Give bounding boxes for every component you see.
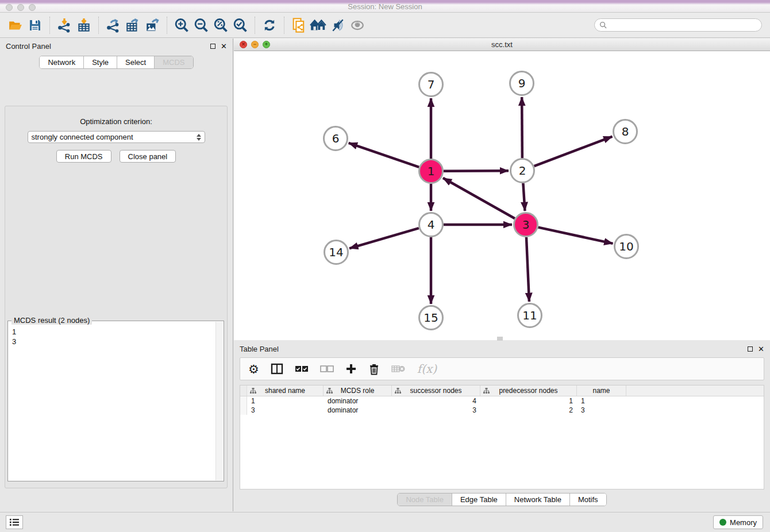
birdseye-view-button[interactable] (348, 16, 367, 35)
close-panel-icon[interactable]: ✕ (221, 43, 227, 50)
mcds-result-title: MCDS result (2 nodes) (11, 316, 92, 325)
graph-node-14[interactable]: 14 (325, 241, 348, 264)
fx-icon: f(x) (417, 362, 437, 376)
column-header-successor-nodes[interactable]: successor nodes (392, 385, 480, 396)
tab-network-table[interactable]: Network Table (506, 494, 570, 506)
zoom-fit-button[interactable] (211, 16, 230, 35)
optimization-criterion-select[interactable]: strongly connected component (28, 131, 205, 143)
tab-edge-table[interactable]: Edge Table (452, 494, 506, 506)
tab-network[interactable]: Network (40, 56, 84, 68)
network-file-button[interactable] (289, 16, 309, 35)
graph-node-11[interactable]: 11 (518, 304, 542, 327)
run-mcds-button[interactable]: Run MCDS (56, 150, 111, 163)
column-header-name[interactable]: name (577, 385, 626, 396)
table-cell[interactable]: 4 (392, 396, 480, 406)
tab-mcds[interactable]: MCDS (155, 56, 192, 68)
close-panel-button[interactable]: Close panel (120, 150, 176, 163)
table-row[interactable]: 1dominator411 (240, 396, 764, 406)
table-cell[interactable]: dominator (324, 406, 392, 415)
close-table-panel-icon[interactable]: ✕ (758, 345, 764, 353)
export-network-button[interactable] (103, 16, 123, 35)
graph-edge-2-3[interactable] (523, 183, 525, 211)
toggle-columns-button[interactable] (271, 363, 283, 375)
tab-style[interactable]: Style (84, 56, 117, 68)
float-table-panel-icon[interactable] (748, 346, 753, 352)
zoom-in-button[interactable] (172, 16, 191, 35)
graph-edge-2-8[interactable] (534, 137, 613, 167)
unselect-all-columns-button[interactable] (320, 365, 334, 373)
export-table-button[interactable] (123, 16, 143, 35)
import-network-icon (57, 18, 72, 33)
graph-node-3[interactable]: 3 (514, 213, 538, 237)
list-icon (9, 518, 20, 526)
table-cell[interactable]: 3 (247, 406, 324, 415)
delete-table-button[interactable] (391, 364, 406, 373)
graph-node-8[interactable]: 8 (614, 120, 637, 144)
zoom-out-icon (193, 17, 209, 33)
task-history-button[interactable] (6, 515, 23, 529)
graph-edge-4-14[interactable] (349, 228, 419, 248)
table-cell[interactable]: 2 (480, 406, 577, 415)
table-cell[interactable]: 3 (392, 406, 480, 415)
export-image-button[interactable] (143, 16, 162, 35)
search-box[interactable] (594, 18, 762, 32)
table-cell[interactable]: dominator (324, 396, 392, 406)
column-header-shared-name[interactable]: shared name (247, 385, 324, 396)
graph-node-2[interactable]: 2 (511, 159, 534, 183)
function-builder-button[interactable]: f(x) (417, 362, 437, 376)
export-image-icon (145, 18, 160, 33)
table-cell[interactable]: 3 (577, 406, 626, 415)
tab-select[interactable]: Select (117, 56, 155, 68)
export-table-icon (125, 18, 140, 33)
network-window-titlebar[interactable]: ✕ − + scc.txt (234, 38, 770, 51)
result-scrollbar[interactable] (215, 322, 223, 480)
table-settings-button[interactable]: ⚙ (248, 363, 259, 375)
graph-edge-1-2[interactable] (444, 171, 509, 171)
import-network-button[interactable] (55, 16, 74, 35)
memory-button[interactable]: Memory (713, 515, 763, 529)
graph-node-4[interactable]: 4 (419, 213, 443, 237)
delete-table-icon (391, 364, 406, 373)
graph-node-6[interactable]: 6 (324, 127, 348, 151)
graph-edge-3-11[interactable] (526, 237, 529, 302)
show-graphics-details-button[interactable] (328, 16, 348, 35)
create-column-button[interactable] (345, 363, 357, 375)
node-table: shared name MCDS role successor nodes pr… (240, 385, 764, 489)
toolbar-separator (98, 17, 99, 34)
graph-node-9[interactable]: 9 (510, 72, 534, 95)
table-cell[interactable]: 1 (480, 396, 577, 406)
network-graph[interactable]: 1234678910111415 (234, 51, 770, 340)
select-all-columns-button[interactable] (295, 365, 309, 373)
control-panel: Control Panel ✕ Network Style Select MCD… (0, 38, 233, 511)
graph-node-1[interactable]: 1 (419, 160, 443, 183)
tab-node-table[interactable]: Node Table (398, 494, 452, 506)
home-button[interactable] (309, 16, 328, 35)
graph-node-10[interactable]: 10 (615, 235, 638, 259)
open-file-button[interactable] (6, 16, 25, 35)
float-panel-icon[interactable] (210, 44, 215, 49)
search-input[interactable] (610, 21, 757, 29)
table-cell[interactable]: 1 (577, 396, 626, 406)
graph-edge-3-10[interactable] (538, 228, 613, 244)
table-row[interactable]: 3dominator323 (240, 406, 764, 415)
delete-column-button[interactable] (368, 363, 380, 375)
graph-edge-1-6[interactable] (349, 143, 419, 167)
import-table-button[interactable] (74, 16, 94, 35)
splitter-grip[interactable] (497, 337, 503, 341)
table-panel-tabs: Node Table Edge Table Network Table Moti… (397, 493, 606, 506)
graph-node-7[interactable]: 7 (419, 73, 443, 97)
mcds-result-text[interactable]: 1 3 (12, 327, 214, 480)
graph-edge-3-1[interactable] (443, 178, 515, 218)
table-toolbar: ⚙ (240, 357, 764, 380)
tab-motifs[interactable]: Motifs (570, 494, 606, 506)
table-cell[interactable]: 1 (247, 396, 324, 406)
graph-node-15[interactable]: 15 (419, 306, 443, 330)
column-header-mcds-role[interactable]: MCDS role (324, 385, 392, 396)
apply-layout-button[interactable] (260, 16, 279, 35)
network-canvas[interactable]: 1234678910111415 (234, 51, 770, 340)
save-session-button[interactable] (25, 16, 45, 35)
zoom-out-button[interactable] (191, 16, 211, 35)
zoom-selected-button[interactable] (230, 16, 250, 35)
column-header-predecessor-nodes[interactable]: predecessor nodes (480, 385, 577, 396)
graph-edge-2-9[interactable] (522, 97, 522, 158)
